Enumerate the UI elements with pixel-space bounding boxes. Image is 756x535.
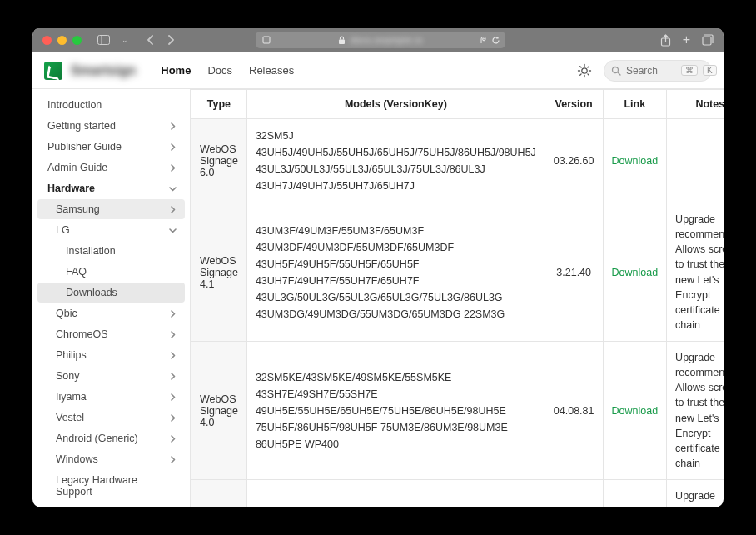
cell-version: 3.21.40 bbox=[545, 203, 603, 342]
sidebar-item-label: Legacy Hardware Support bbox=[56, 474, 177, 498]
chevron-right-icon bbox=[169, 331, 177, 338]
kbd-cmd: ⌘ bbox=[681, 65, 698, 76]
sidebar-item-label: Introduction bbox=[47, 99, 102, 111]
chevron-right-icon bbox=[169, 393, 177, 401]
svg-line-16 bbox=[618, 72, 620, 75]
chevron-right-icon bbox=[169, 456, 177, 463]
sidebar-item-label: Iiyama bbox=[56, 391, 87, 402]
sidebar-item-label: Qbic bbox=[56, 308, 77, 319]
forward-button[interactable] bbox=[167, 35, 175, 45]
svg-point-15 bbox=[613, 67, 619, 72]
sidebar-item-vestel[interactable]: Vestel bbox=[37, 408, 185, 428]
back-button[interactable] bbox=[147, 35, 155, 45]
sidebar-item-label: Downloads bbox=[66, 287, 117, 298]
sidebar-item-label: Sony bbox=[56, 370, 80, 382]
sidebar-item-label: Android (Generic) bbox=[56, 432, 138, 444]
table-row: WebOS Signage 4.143UM3F/49UM3F/55UM3F/65… bbox=[191, 203, 724, 342]
sidebar-item-windows[interactable]: Windows bbox=[37, 449, 185, 469]
table-row: WebOS Signage 6.032SM5J43UH5J/49UH5J/55U… bbox=[191, 119, 724, 203]
nav-docs[interactable]: Docs bbox=[207, 64, 232, 77]
sidebar-item-label: Publisher Guide bbox=[47, 141, 122, 152]
sidebar-item-philips[interactable]: Philips bbox=[37, 345, 185, 365]
chevron-right-icon bbox=[169, 206, 177, 213]
chevron-right-icon bbox=[169, 143, 177, 151]
close-window-button[interactable] bbox=[42, 36, 52, 45]
minimize-window-button[interactable] bbox=[57, 36, 67, 45]
sidebar-item-label: Vestel bbox=[56, 412, 84, 423]
cell-models bbox=[246, 480, 545, 508]
sidebar-item-samsung[interactable]: Samsung bbox=[37, 199, 185, 219]
url-text: docs.example.io bbox=[351, 35, 423, 45]
sidebar-item-installation[interactable]: Installation bbox=[37, 241, 185, 261]
sidebar-toggle-icon[interactable] bbox=[97, 33, 110, 47]
sidebar-item-label: FAQ bbox=[66, 266, 87, 278]
sidebar-item-troubleshooting[interactable]: Troubleshooting bbox=[37, 502, 185, 508]
chevron-down-icon bbox=[169, 227, 177, 234]
content-area[interactable]: Type Models (VersionKey) Version Link No… bbox=[191, 89, 724, 508]
cell-notes: Upgrade recommended! Allows screens bbox=[667, 480, 724, 508]
cell-models: 32SM5J43UH5J/49UH5J/55UH5J/65UH5J/75UH5J… bbox=[246, 119, 545, 203]
address-bar[interactable]: docs.example.io ᖘ bbox=[256, 32, 505, 48]
svg-rect-5 bbox=[703, 37, 711, 45]
download-link[interactable]: Download bbox=[612, 405, 659, 417]
svg-line-14 bbox=[588, 66, 589, 67]
sidebar-item-hardware[interactable]: Hardware bbox=[37, 178, 185, 198]
sidebar-item-chromeos[interactable]: ChromeOS bbox=[37, 324, 185, 344]
browser-window: ⌄ docs.example.io ᖘ bbox=[32, 28, 724, 508]
nav-releases[interactable]: Releases bbox=[249, 64, 294, 77]
cell-notes: Upgrade recommended! Allows screens to t… bbox=[667, 203, 724, 342]
table-row: WebOS Signage 4.032SM5KE/43SM5KE/49SM5KE… bbox=[191, 342, 724, 480]
cell-version: 04.08.81 bbox=[545, 342, 603, 480]
svg-rect-3 bbox=[339, 39, 345, 44]
sidebar-item-iiyama[interactable]: Iiyama bbox=[37, 387, 185, 407]
sidebar-item-introduction[interactable]: Introduction bbox=[37, 95, 185, 115]
cell-link: Download bbox=[603, 342, 667, 480]
sidebar-item-downloads[interactable]: Downloads bbox=[37, 282, 185, 302]
sidebar-item-legacy-hardware-support[interactable]: Legacy Hardware Support bbox=[37, 470, 185, 502]
th-link: Link bbox=[603, 90, 667, 119]
sidebar-item-lg[interactable]: LG bbox=[37, 220, 185, 240]
reload-icon[interactable] bbox=[491, 36, 500, 45]
browser-titlebar: ⌄ docs.example.io ᖘ bbox=[32, 28, 724, 52]
sidebar-item-getting-started[interactable]: Getting started bbox=[37, 116, 185, 136]
chevron-down-icon[interactable]: ⌄ bbox=[118, 33, 132, 47]
cell-version bbox=[545, 480, 603, 508]
cell-version: 03.26.60 bbox=[545, 119, 603, 203]
sidebar-item-label: Hardware bbox=[47, 182, 95, 194]
maximize-window-button[interactable] bbox=[72, 36, 82, 45]
svg-line-11 bbox=[580, 66, 581, 67]
cell-link bbox=[603, 480, 667, 508]
search-icon bbox=[611, 66, 621, 76]
chevron-right-icon bbox=[169, 414, 177, 422]
nav-home[interactable]: Home bbox=[161, 64, 191, 77]
sidebar-item-qbic[interactable]: Qbic bbox=[37, 303, 185, 323]
sidebar-item-android-generic-[interactable]: Android (Generic) bbox=[37, 428, 185, 448]
cell-models: 32SM5KE/43SM5KE/49SM5KE/55SM5KE43SH7E/49… bbox=[246, 342, 545, 480]
sidebar-item-publisher-guide[interactable]: Publisher Guide bbox=[37, 137, 185, 157]
download-link[interactable]: Download bbox=[612, 155, 659, 167]
download-link[interactable]: Download bbox=[612, 267, 659, 278]
sidebar: IntroductionGetting startedPublisher Gui… bbox=[32, 89, 191, 508]
sidebar-item-sony[interactable]: Sony bbox=[37, 366, 185, 386]
brand-logo[interactable] bbox=[44, 62, 62, 80]
cell-type: WebOS Signage 6.0 bbox=[191, 119, 247, 203]
sidebar-item-faq[interactable]: FAQ bbox=[37, 262, 185, 282]
share-icon[interactable] bbox=[660, 34, 671, 47]
chevron-down-icon bbox=[169, 185, 177, 192]
top-nav: Home Docs Releases bbox=[161, 64, 294, 77]
tabs-overview-icon[interactable] bbox=[702, 34, 714, 46]
cell-type: WebOS Signage 4.1 bbox=[191, 203, 247, 342]
cell-models: 43UM3F/49UM3F/55UM3F/65UM3F43UM3DF/49UM3… bbox=[246, 203, 545, 342]
th-version: Version bbox=[545, 90, 603, 119]
sidebar-item-admin-guide[interactable]: Admin Guide bbox=[37, 158, 185, 178]
th-models: Models (VersionKey) bbox=[246, 90, 545, 119]
svg-line-12 bbox=[588, 73, 589, 74]
theme-toggle[interactable] bbox=[575, 62, 594, 80]
new-tab-icon[interactable]: + bbox=[683, 32, 690, 48]
search-box[interactable]: ⌘ K bbox=[604, 60, 712, 82]
downloads-table: Type Models (VersionKey) Version Link No… bbox=[191, 89, 724, 508]
search-input[interactable] bbox=[626, 65, 676, 77]
chevron-right-icon bbox=[169, 372, 177, 380]
sidebar-item-label: ChromeOS bbox=[56, 328, 108, 340]
reader-icon[interactable]: ᖘ bbox=[480, 35, 486, 46]
